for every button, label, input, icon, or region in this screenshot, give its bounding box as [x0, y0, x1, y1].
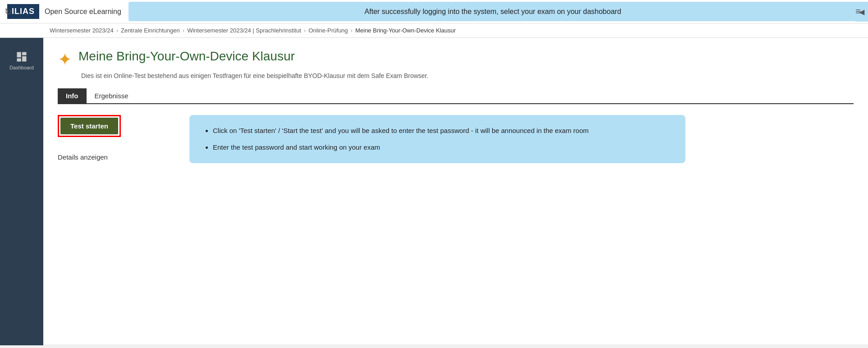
test-starten-button[interactable]: Test starten	[60, 118, 118, 134]
dashboard-icon	[15, 50, 28, 63]
sidebar: Dashboard	[0, 38, 43, 345]
sidebar-item-dashboard-label: Dashboard	[9, 65, 34, 70]
test-starten-wrapper: Test starten	[58, 115, 121, 137]
refresh-icon: ↻	[5, 7, 12, 17]
tab-ergebnisse[interactable]: Ergebnisse	[87, 88, 137, 103]
info-list-item-0: Click on 'Test starten' / 'Start the tes…	[213, 126, 673, 136]
app-name: Open Source eLearning	[45, 8, 121, 16]
page-header: ✦ Meine Bring-Your-Own-Device Klausur	[58, 49, 854, 69]
tabs-bar: Info Ergebnisse	[58, 88, 854, 104]
breadcrumb-item-4: Meine Bring-Your-Own-Device Klausur	[355, 27, 456, 34]
test-left: Test starten Details anzeigen	[58, 115, 175, 161]
hamburger-button[interactable]: ≡	[855, 6, 861, 17]
breadcrumb-sep-1: ›	[183, 27, 184, 34]
info-list-item-1: Enter the test password and start workin…	[213, 142, 673, 153]
tab-info[interactable]: Info	[58, 88, 87, 103]
details-anzeigen-link[interactable]: Details anzeigen	[58, 153, 175, 161]
sidebar-item-dashboard[interactable]: Dashboard	[0, 47, 43, 74]
breadcrumb-item-2[interactable]: Wintersemester 2023/24 | Sprachlehrinsti…	[187, 27, 301, 34]
info-list: Click on 'Test starten' / 'Start the tes…	[202, 126, 673, 152]
breadcrumb: Wintersemester 2023/24 › Zentrale Einric…	[0, 23, 868, 38]
breadcrumb-item-1[interactable]: Zentrale Einrichtungen	[121, 27, 180, 34]
breadcrumb-item-0[interactable]: Wintersemester 2023/24	[50, 27, 114, 34]
test-section: Test starten Details anzeigen Click on '…	[58, 115, 854, 163]
breadcrumb-sep-2: ›	[304, 27, 306, 34]
content-inner: ✦ Meine Bring-Your-Own-Device Klausur Di…	[43, 38, 868, 344]
info-box: Click on 'Test starten' / 'Start the tes…	[189, 115, 685, 163]
page-subtitle: Dies ist ein Online-Test bestehend aus e…	[81, 72, 854, 79]
breadcrumb-sep-3: ›	[351, 27, 353, 34]
hamburger-icon: ≡	[855, 6, 861, 16]
page-title: Meine Bring-Your-Own-Device Klausur	[78, 49, 295, 64]
breadcrumb-sep-0: ›	[116, 27, 118, 34]
puzzle-icon: ✦	[58, 50, 72, 69]
content-area: ✦ Meine Bring-Your-Own-Device Klausur Di…	[43, 38, 868, 345]
breadcrumb-item-3[interactable]: Online-Prüfung	[308, 27, 348, 34]
refresh-button[interactable]: ↻	[5, 6, 12, 17]
notice-banner: After successfully logging into the syst…	[129, 2, 857, 21]
